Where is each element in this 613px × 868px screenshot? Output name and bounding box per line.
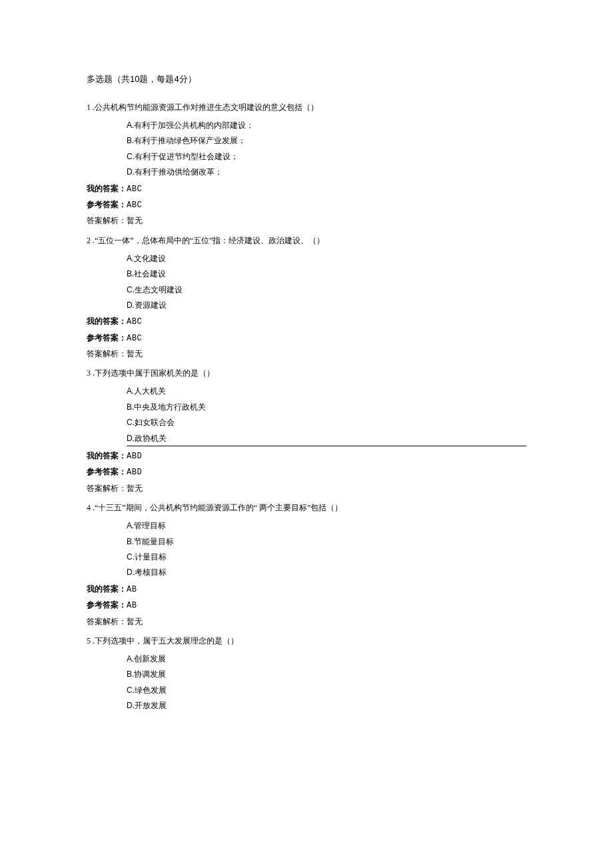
my-answer-label: 我的答案：	[87, 584, 127, 594]
my-answer-value: ABC	[127, 317, 142, 326]
option-letter: A	[127, 254, 132, 263]
option-text: .节能量目标	[132, 537, 174, 546]
option-text: .考核目标	[133, 568, 167, 577]
question-block: 4 .“十三五”期间，公共机构节约能源资源工作的“ 两个主要目标”包括（）A.管…	[87, 502, 526, 628]
section-header: 多选题（共10题，每题4分）	[87, 73, 526, 85]
my-answer-value: ABD	[127, 452, 142, 461]
section-question-count: 10	[130, 74, 139, 84]
option-item[interactable]: B.节能量目标	[127, 535, 526, 548]
section-points: 4	[174, 74, 179, 84]
option-item[interactable]: B.中央及地方行政机关	[127, 400, 526, 414]
answer-analysis: 答案解析：暂无	[87, 347, 526, 360]
answer-analysis: 答案解析：暂无	[87, 482, 526, 495]
section-title-mid: 题，每题	[139, 74, 174, 84]
question-stem: 4 .“十三五”期间，公共机构节约能源资源工作的“ 两个主要目标”包括（）	[87, 502, 526, 514]
my-answer-label: 我的答案：	[87, 451, 127, 460]
options-group: A.文化建设B.社会建设C.生态文明建设D.资源建设	[127, 252, 526, 312]
option-item[interactable]: B.社会建设	[127, 267, 526, 280]
option-item[interactable]: D.政协机关	[127, 432, 526, 446]
options-group: A.有利于加强公共机构的内部建设；B.有利于推动绿色环保产业发展；C.有利于促进…	[127, 119, 526, 179]
option-item[interactable]: A.人大机关	[127, 384, 526, 398]
option-text: .政协机关	[133, 434, 167, 443]
option-text: .社会建设	[132, 269, 166, 278]
option-text: .开放发展	[133, 701, 167, 710]
question-text: .下列选项中，属于五大发展理念的是（）	[91, 636, 239, 646]
reference-answer-label: 参考答案：	[87, 333, 127, 342]
option-letter: D	[127, 300, 133, 310]
option-item[interactable]: A.文化建设	[127, 252, 526, 265]
question-block: 3 .下列选项中属于国家机关的是（）A.人大机关B.中央及地方行政机关C.妇女联…	[87, 367, 526, 495]
option-text: .中央及地方行政机关	[132, 402, 206, 412]
reference-answer-value: AB	[127, 601, 137, 610]
question-stem: 3 .下列选项中属于国家机关的是（）	[87, 367, 526, 379]
questions-list: 1 .公共机构节约能源资源工作对推进生态文明建设的意义包括（）A.有利于加强公共…	[87, 101, 526, 713]
option-letter: A	[127, 521, 132, 530]
option-text: .人大机关	[132, 386, 166, 396]
option-letter: D	[127, 434, 133, 443]
question-block: 2 .“五位一体”，总体布局中的“五位”指：经济建设、政治建设、（）A.文化建设…	[87, 234, 526, 361]
my-answer-value: AB	[127, 585, 137, 594]
reference-answer-value: ABC	[127, 201, 142, 210]
option-item[interactable]: B.有利于推动绿色环保产业发展；	[127, 134, 526, 147]
my-answer-label: 我的答案：	[87, 184, 127, 193]
my-answer-line: 我的答案：ABC	[87, 182, 526, 196]
option-item[interactable]: A.创新发展	[127, 652, 526, 665]
question-text: .公共机构节约能源资源工作对推进生态文明建设的意义包括（）	[91, 103, 318, 112]
my-answer-value: ABC	[127, 185, 142, 194]
question-block: 5 .下列选项中，属于五大发展理念的是（）A.创新发展B.协调发展C.绿色发展D…	[87, 635, 526, 713]
section-title-prefix: 多选题（共	[87, 74, 130, 84]
reference-answer-label: 参考答案：	[87, 200, 127, 209]
option-text: .有利于加强公共机构的内部建设；	[132, 121, 254, 130]
option-item[interactable]: A.有利于加强公共机构的内部建设；	[127, 119, 526, 132]
option-letter: B	[127, 136, 132, 145]
option-text: .管理目标	[132, 521, 166, 530]
question-text: .下列选项中属于国家机关的是（）	[91, 368, 215, 378]
option-item[interactable]: D.资源建设	[127, 298, 526, 312]
my-answer-line: 我的答案：ABC	[87, 314, 526, 328]
option-text: .资源建设	[133, 300, 167, 310]
option-letter: D	[127, 167, 133, 177]
reference-answer-line: 参考答案：ABC	[87, 198, 526, 212]
option-letter: A	[127, 121, 132, 130]
option-item[interactable]: D.考核目标	[127, 566, 526, 579]
question-stem: 2 .“五位一体”，总体布局中的“五位”指：经济建设、政治建设、（）	[87, 234, 526, 246]
option-item[interactable]: D.有利于推动供给侧改革；	[127, 165, 526, 179]
question-text: .“五位一体”，总体布局中的“五位”指：经济建设、政治建设、（）	[91, 236, 324, 245]
option-item[interactable]: C.生态文明建设	[127, 283, 526, 296]
my-answer-line: 我的答案：ABD	[87, 449, 526, 463]
option-letter: B	[127, 537, 132, 546]
answer-analysis: 答案解析：暂无	[87, 214, 526, 227]
question-block: 1 .公共机构节约能源资源工作对推进生态文明建设的意义包括（）A.有利于加强公共…	[87, 101, 526, 228]
option-item[interactable]: C.绿色发展	[127, 683, 526, 697]
my-answer-label: 我的答案：	[87, 316, 127, 326]
option-item[interactable]: C.有利于促进节约型社会建设；	[127, 150, 526, 163]
reference-answer-value: ABD	[127, 468, 142, 477]
option-text: .生态文明建设	[133, 285, 183, 294]
option-letter: C	[127, 418, 133, 427]
question-stem: 5 .下列选项中，属于五大发展理念的是（）	[87, 635, 526, 647]
option-letter: D	[127, 568, 133, 577]
option-letter: B	[127, 402, 132, 412]
option-item[interactable]: C.妇女联合会	[127, 416, 526, 429]
reference-answer-line: 参考答案：ABC	[87, 331, 526, 345]
options-group: A.创新发展B.协调发展C.绿色发展D.开放发展	[127, 652, 526, 713]
option-item[interactable]: B.协调发展	[127, 667, 526, 681]
question-stem: 1 .公共机构节约能源资源工作对推进生态文明建设的意义包括（）	[87, 101, 526, 113]
option-letter: B	[127, 269, 132, 278]
option-text: .有利于推动供给侧改革；	[133, 167, 223, 177]
option-text: .妇女联合会	[133, 418, 175, 427]
section-title-suffix: 分）	[179, 74, 197, 84]
question-text: .“十三五”期间，公共机构节约能源资源工作的“ 两个主要目标”包括（）	[91, 503, 342, 512]
option-text: .有利于促进节约型社会建设；	[133, 152, 239, 161]
option-item[interactable]: C.计量目标	[127, 550, 526, 564]
reference-answer-label: 参考答案：	[87, 467, 127, 476]
option-item[interactable]: A.管理目标	[127, 519, 526, 532]
reference-answer-label: 参考答案：	[87, 600, 127, 610]
reference-answer-value: ABC	[127, 334, 142, 343]
options-group: A.人大机关B.中央及地方行政机关C.妇女联合会D.政协机关	[127, 384, 526, 446]
option-letter: C	[127, 285, 133, 294]
option-letter: D	[127, 701, 133, 710]
option-text: .计量目标	[133, 552, 167, 562]
option-item[interactable]: D.开放发展	[127, 699, 526, 712]
option-text: .绿色发展	[133, 685, 167, 695]
